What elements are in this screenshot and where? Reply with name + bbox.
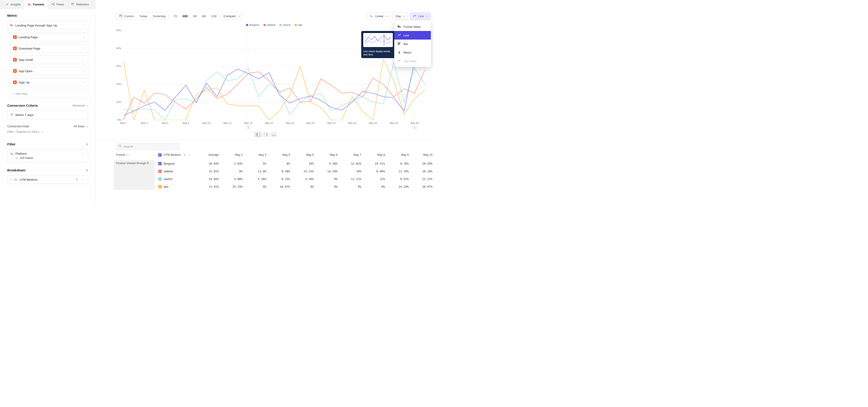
funnel-column-dropdown[interactable]: Funnel1 xyxy=(114,153,155,156)
filter-field-label: Platform xyxy=(16,152,27,155)
column-header-date: May 7 xyxy=(338,153,361,156)
today-button[interactable]: Today xyxy=(137,13,150,20)
x-tick-label: May 8 xyxy=(179,122,193,124)
tab-insights[interactable]: Insights xyxy=(2,0,24,9)
table-series-cell[interactable]: ✓search xyxy=(155,177,193,181)
x-tick-label: May 4 xyxy=(137,122,151,124)
menu-item-metric[interactable]: # Metric xyxy=(394,48,431,57)
bar-chart-icon xyxy=(398,42,401,46)
table-header: Funnel1 ✓ UTM Medium4 Average May 2 May … xyxy=(114,151,432,159)
flows-icon xyxy=(51,2,55,6)
series-checkbox[interactable]: ✓ xyxy=(158,185,162,188)
chart-legend: $organicsidebarsearchads xyxy=(123,24,425,26)
step-label: Landing Page xyxy=(19,35,37,39)
breakdown-utm-card[interactable]: ⠿ Aa UTM Medium ✕ ⋮ xyxy=(7,175,88,184)
annotation-marker[interactable]: 1 xyxy=(412,125,417,129)
column-header-date: May 2 xyxy=(219,153,243,156)
legend-swatch xyxy=(295,24,297,26)
annotation-marker[interactable]: 1 xyxy=(246,125,250,129)
layout-chart-right-icon[interactable] xyxy=(263,132,269,137)
series-checkbox[interactable]: ✓ xyxy=(158,162,162,165)
filter-value[interactable]: iOS Native xyxy=(20,156,33,160)
kebab-menu-icon[interactable]: ⋮ xyxy=(81,152,85,155)
conversion-window-card[interactable]: Within 7 days xyxy=(7,111,88,119)
kebab-menu-icon[interactable]: ⋮ xyxy=(81,81,85,84)
menu-item-funnel-steps[interactable]: Funnel Steps xyxy=(394,22,431,31)
table-series-cell[interactable]: ✓ads xyxy=(155,185,193,188)
filter-platform-card[interactable]: Aa Platform ⋮ Is iOS Native xyxy=(7,149,88,162)
kebab-menu-icon[interactable]: ⋮ xyxy=(81,24,85,27)
compare-button[interactable]: Compare xyxy=(221,12,243,20)
search-box[interactable] xyxy=(116,143,180,150)
range-3m[interactable]: 3M xyxy=(190,12,199,20)
table-value-cell: 11.11% xyxy=(338,177,361,181)
funnel-card[interactable]: Landing Page through Sign Up ⋮ xyxy=(7,21,88,30)
table-value-cell: 6.25% xyxy=(266,177,290,181)
step-download-page[interactable]: 2 Download Page ⋮ xyxy=(10,44,88,53)
table-series-cell[interactable]: ✓sidebar xyxy=(155,169,193,173)
kebab-menu-icon[interactable]: ⋮ xyxy=(81,178,85,181)
series-name: $organic xyxy=(164,162,175,165)
range-12m[interactable]: 12M xyxy=(209,12,219,20)
filter-segment-dropdown[interactable]: Filter + Segment on Step 1 xyxy=(7,130,88,133)
funnel-icon xyxy=(10,23,13,27)
step-landing-page[interactable]: 1 Landing Page ⋮ xyxy=(10,33,88,41)
add-step-button[interactable]: + Add Step xyxy=(10,89,88,98)
kebab-menu-icon[interactable]: ⋮ xyxy=(81,69,85,73)
custom-range-button[interactable]: Custom xyxy=(116,13,137,20)
table-value-cell: 11.76% xyxy=(385,169,409,173)
legend-item[interactable]: ads xyxy=(295,24,303,26)
column-header-date: May 6 xyxy=(314,153,338,156)
funnel-steps-icon xyxy=(398,25,401,29)
tab-funnels[interactable]: Funnels xyxy=(24,0,48,9)
chevron-down-icon xyxy=(188,154,190,156)
add-breakdown-button[interactable]: + xyxy=(86,168,88,172)
add-filter-button[interactable]: + xyxy=(86,142,88,146)
range-7d[interactable]: 7D xyxy=(171,12,180,20)
step-app-open[interactable]: 4 App Open ⋮ xyxy=(10,67,88,75)
range-6m[interactable]: 6M xyxy=(199,12,208,20)
scale-dropdown[interactable]: Linear xyxy=(367,12,391,20)
series-checkbox[interactable]: ✓ xyxy=(158,177,162,181)
advanced-dropdown[interactable]: Advanced xyxy=(72,104,88,107)
kebab-menu-icon[interactable]: ⋮ xyxy=(81,47,85,50)
app: Insights Funnels Flows Retention Metric … xyxy=(0,0,434,204)
chart-type-dropdown[interactable]: Line xyxy=(410,12,431,20)
drag-handle-icon[interactable]: ⠿ xyxy=(10,178,12,181)
kebab-menu-icon[interactable]: ⋮ xyxy=(81,58,85,62)
step-number-badge: 1 xyxy=(13,35,17,39)
y-tick-label: 0% xyxy=(108,119,121,121)
granularity-dropdown[interactable]: Day xyxy=(393,12,408,20)
select-all-checkbox[interactable]: ✓ xyxy=(158,153,162,157)
kebab-menu-icon[interactable]: ⋮ xyxy=(81,35,85,39)
legend-item[interactable]: sidebar xyxy=(264,24,276,26)
breakdown-column-dropdown[interactable]: ✓ UTM Medium4 xyxy=(155,153,193,157)
tooltip-caption: Line charts display trends over time. xyxy=(363,50,393,56)
legend-item[interactable]: search xyxy=(279,24,291,26)
chevron-down-icon xyxy=(386,15,388,17)
search-input[interactable] xyxy=(124,145,174,148)
all-steps-dropdown[interactable]: All Steps xyxy=(74,125,88,128)
tab-label: Retention xyxy=(76,3,89,6)
chevron-down-icon xyxy=(238,15,240,17)
legend-label: ads xyxy=(298,24,303,26)
series-checkbox[interactable]: ✓ xyxy=(158,169,162,173)
table-value-cell: 0% xyxy=(361,185,385,188)
table-value-cell: 16.03% xyxy=(193,162,219,165)
column-header-date: May 5 xyxy=(290,153,314,156)
table-series-cell[interactable]: ✓$organic xyxy=(155,162,193,165)
menu-item-bar[interactable]: Bar xyxy=(394,39,431,48)
table-value-cell: 9.76% xyxy=(385,162,409,165)
y-tick-label: 50% xyxy=(108,29,121,32)
remove-breakdown-icon[interactable]: ✕ xyxy=(76,178,78,181)
tab-flows[interactable]: Flows xyxy=(48,0,68,9)
range-30d[interactable]: 30D xyxy=(180,12,190,20)
menu-item-line[interactable]: Line xyxy=(394,31,431,39)
step-sign-up[interactable]: 5 Sign Up ⋮ xyxy=(10,78,88,87)
layout-chart-left-icon[interactable] xyxy=(255,132,261,137)
tab-retention[interactable]: Retention xyxy=(68,0,93,9)
layout-chart-bottom-icon[interactable] xyxy=(271,132,277,137)
yesterday-button[interactable]: Yesterday xyxy=(150,13,168,20)
step-app-install[interactable]: 3 App Install ⋮ xyxy=(10,55,88,64)
legend-item[interactable]: $organic xyxy=(246,24,259,26)
